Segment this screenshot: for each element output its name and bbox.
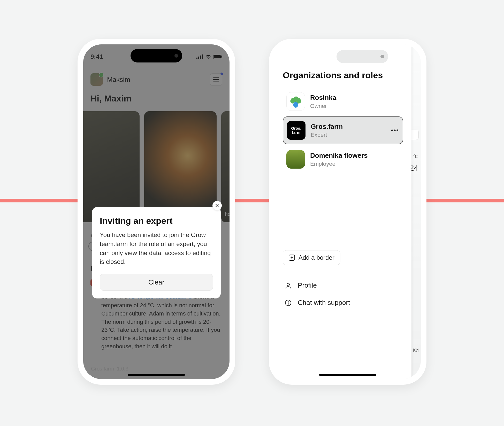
accent-divider [0,199,504,202]
modal-title: Inviting an expert [100,216,213,226]
invite-modal: Inviting an expert You have been invited… [92,207,221,298]
drawer-title: Organizations and roles [283,70,403,80]
background-unit: °c [413,153,418,160]
org-name: Gros.farm [311,123,343,131]
org-list: Rosinka Owner Gros.farm Gros.farm Expert… [283,88,403,173]
dynamic-island [131,49,182,62]
org-name: Domenika flowers [310,152,368,160]
profile-label: Profile [298,281,317,289]
org-logo: Gros.farm [287,121,306,140]
home-indicator [128,374,185,376]
org-item-rosinka[interactable]: Rosinka Owner [283,88,403,115]
org-name: Rosinka [310,94,336,102]
org-logo [286,92,305,111]
org-role: Owner [310,103,336,109]
divider [283,273,403,273]
close-icon [215,204,219,207]
phone-mock-right: °c 24 ки Organizations and roles Rosinka… [269,39,426,385]
add-border-label: Add a border [299,254,334,261]
info-icon [284,299,292,307]
phone-mock-left: 9:41 Maksim Hi, Maxim ouse [78,39,235,385]
background-text: ки [413,346,419,353]
dynamic-island [337,50,388,63]
org-item-grosfarm[interactable]: Gros.farm Gros.farm Expert ••• [283,116,403,144]
profile-icon [284,282,292,289]
svg-point-10 [287,283,289,286]
profile-link[interactable]: Profile [283,277,403,294]
svg-rect-13 [288,302,289,305]
side-drawer: Organizations and roles Rosinka Owner Gr… [274,44,411,379]
org-logo [286,150,305,169]
org-role: Employee [310,161,368,167]
home-indicator [319,374,376,376]
org-item-domenika[interactable]: Domenika flowers Employee [283,146,403,173]
svg-point-12 [288,301,288,302]
footer-brand: Gros.farm 1.0.3 [91,366,128,372]
plus-icon: + [289,255,295,261]
org-role: Expert [311,132,343,138]
add-border-button[interactable]: + Add a border [283,250,340,265]
close-button[interactable] [212,201,222,210]
chat-support-link[interactable]: Chat with support [283,294,403,311]
modal-body: You have been invited to join the Grow t… [100,231,213,266]
chat-label: Chat with support [298,299,350,307]
more-icon[interactable]: ••• [391,127,399,134]
clear-button[interactable]: Clear [100,274,213,291]
